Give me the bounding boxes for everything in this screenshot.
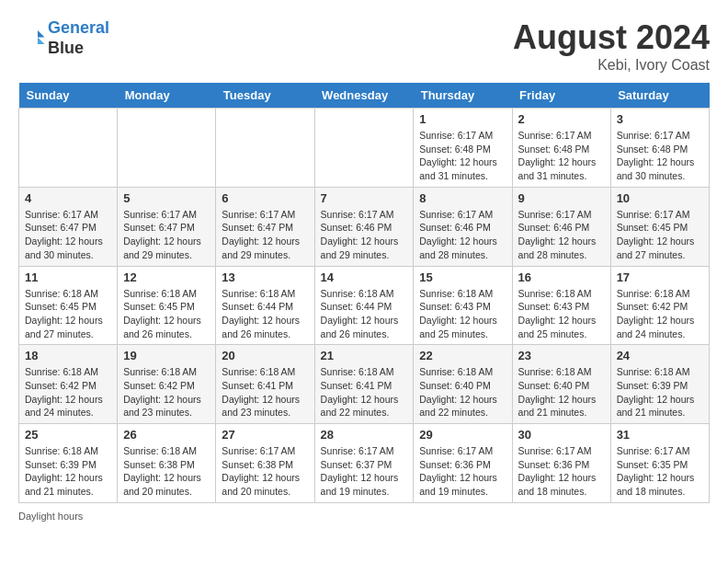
day-info: Sunrise: 6:18 AM Sunset: 6:41 PM Dayligh… xyxy=(321,365,408,419)
day-cell: 25Sunrise: 6:18 AM Sunset: 6:39 PM Dayli… xyxy=(19,424,118,503)
week-row-5: 25Sunrise: 6:18 AM Sunset: 6:39 PM Dayli… xyxy=(19,424,710,503)
location: Kebi, Ivory Coast xyxy=(513,57,710,74)
day-info: Sunrise: 6:17 AM Sunset: 6:48 PM Dayligh… xyxy=(617,129,703,183)
day-info: Sunrise: 6:17 AM Sunset: 6:37 PM Dayligh… xyxy=(321,444,408,499)
week-row-2: 4Sunrise: 6:17 AM Sunset: 6:47 PM Daylig… xyxy=(19,187,710,266)
day-number: 14 xyxy=(321,270,408,284)
day-number: 20 xyxy=(222,349,308,362)
footer: Daylight hours xyxy=(18,511,710,522)
day-cell: 2Sunrise: 6:17 AM Sunset: 6:48 PM Daylig… xyxy=(512,109,610,188)
day-cell: 31Sunrise: 6:17 AM Sunset: 6:35 PM Dayli… xyxy=(610,424,709,503)
svg-marker-1 xyxy=(38,37,45,44)
day-cell: 5Sunrise: 6:17 AM Sunset: 6:47 PM Daylig… xyxy=(118,187,216,266)
day-cell: 22Sunrise: 6:18 AM Sunset: 6:40 PM Dayli… xyxy=(414,345,512,424)
day-number: 22 xyxy=(419,349,506,362)
day-number: 18 xyxy=(25,349,111,362)
day-cell: 4Sunrise: 6:17 AM Sunset: 6:47 PM Daylig… xyxy=(19,187,118,266)
col-header-monday: Monday xyxy=(118,83,216,109)
day-number: 29 xyxy=(419,428,506,442)
day-cell: 14Sunrise: 6:18 AM Sunset: 6:44 PM Dayli… xyxy=(314,266,414,345)
logo-line2: Blue xyxy=(48,39,109,59)
day-cell: 9Sunrise: 6:17 AM Sunset: 6:46 PM Daylig… xyxy=(512,187,610,266)
day-number: 26 xyxy=(123,428,210,442)
day-info: Sunrise: 6:18 AM Sunset: 6:39 PM Dayligh… xyxy=(25,444,111,499)
day-cell xyxy=(314,109,414,188)
col-header-saturday: Saturday xyxy=(610,83,709,109)
day-cell: 24Sunrise: 6:18 AM Sunset: 6:39 PM Dayli… xyxy=(610,345,709,424)
day-cell: 23Sunrise: 6:18 AM Sunset: 6:40 PM Dayli… xyxy=(512,345,610,424)
day-cell: 30Sunrise: 6:17 AM Sunset: 6:36 PM Dayli… xyxy=(512,424,610,503)
day-number: 9 xyxy=(518,191,605,205)
day-info: Sunrise: 6:18 AM Sunset: 6:44 PM Dayligh… xyxy=(321,287,408,341)
day-cell: 7Sunrise: 6:17 AM Sunset: 6:46 PM Daylig… xyxy=(314,187,414,266)
calendar-body: 1Sunrise: 6:17 AM Sunset: 6:48 PM Daylig… xyxy=(19,109,710,503)
day-number: 24 xyxy=(617,349,703,362)
title-block: August 2024 Kebi, Ivory Coast xyxy=(513,18,710,74)
day-info: Sunrise: 6:17 AM Sunset: 6:36 PM Dayligh… xyxy=(518,444,605,499)
day-info: Sunrise: 6:18 AM Sunset: 6:42 PM Dayligh… xyxy=(25,365,111,419)
day-number: 30 xyxy=(518,428,605,442)
day-info: Sunrise: 6:18 AM Sunset: 6:44 PM Dayligh… xyxy=(222,287,308,341)
day-info: Sunrise: 6:17 AM Sunset: 6:45 PM Dayligh… xyxy=(617,208,703,262)
day-cell: 16Sunrise: 6:18 AM Sunset: 6:43 PM Dayli… xyxy=(512,266,610,345)
day-cell xyxy=(19,109,118,188)
day-cell: 19Sunrise: 6:18 AM Sunset: 6:42 PM Dayli… xyxy=(118,345,216,424)
day-number: 21 xyxy=(321,349,408,362)
day-info: Sunrise: 6:17 AM Sunset: 6:47 PM Dayligh… xyxy=(123,208,210,262)
svg-marker-0 xyxy=(38,30,45,38)
day-info: Sunrise: 6:17 AM Sunset: 6:36 PM Dayligh… xyxy=(419,444,506,499)
page-header: General Blue August 2024 Kebi, Ivory Coa… xyxy=(18,18,710,74)
day-cell: 17Sunrise: 6:18 AM Sunset: 6:42 PM Dayli… xyxy=(610,266,709,345)
week-row-4: 18Sunrise: 6:18 AM Sunset: 6:42 PM Dayli… xyxy=(19,345,710,424)
month-year: August 2024 xyxy=(513,18,710,57)
day-info: Sunrise: 6:17 AM Sunset: 6:46 PM Dayligh… xyxy=(518,208,605,262)
day-number: 17 xyxy=(617,270,703,284)
day-number: 16 xyxy=(518,270,605,284)
day-number: 8 xyxy=(419,191,506,205)
day-number: 28 xyxy=(321,428,408,442)
col-header-friday: Friday xyxy=(512,83,610,109)
day-number: 7 xyxy=(321,191,408,205)
day-number: 11 xyxy=(25,270,111,284)
day-cell: 13Sunrise: 6:18 AM Sunset: 6:44 PM Dayli… xyxy=(216,266,314,345)
day-cell: 20Sunrise: 6:18 AM Sunset: 6:41 PM Dayli… xyxy=(216,345,314,424)
week-row-3: 11Sunrise: 6:18 AM Sunset: 6:45 PM Dayli… xyxy=(19,266,710,345)
day-number: 5 xyxy=(123,191,210,205)
day-info: Sunrise: 6:18 AM Sunset: 6:41 PM Dayligh… xyxy=(222,365,308,419)
day-number: 12 xyxy=(123,270,210,284)
day-info: Sunrise: 6:17 AM Sunset: 6:35 PM Dayligh… xyxy=(617,444,703,499)
day-cell: 12Sunrise: 6:18 AM Sunset: 6:45 PM Dayli… xyxy=(118,266,216,345)
day-number: 2 xyxy=(518,112,605,126)
col-header-thursday: Thursday xyxy=(414,83,512,109)
day-cell: 18Sunrise: 6:18 AM Sunset: 6:42 PM Dayli… xyxy=(19,345,118,424)
day-cell: 15Sunrise: 6:18 AM Sunset: 6:43 PM Dayli… xyxy=(414,266,512,345)
day-cell: 29Sunrise: 6:17 AM Sunset: 6:36 PM Dayli… xyxy=(414,424,512,503)
day-cell: 8Sunrise: 6:17 AM Sunset: 6:46 PM Daylig… xyxy=(414,187,512,266)
col-header-wednesday: Wednesday xyxy=(314,83,414,109)
day-cell: 11Sunrise: 6:18 AM Sunset: 6:45 PM Dayli… xyxy=(19,266,118,345)
day-info: Sunrise: 6:17 AM Sunset: 6:38 PM Dayligh… xyxy=(222,444,308,499)
day-cell: 28Sunrise: 6:17 AM Sunset: 6:37 PM Dayli… xyxy=(314,424,414,503)
day-number: 15 xyxy=(419,270,506,284)
day-info: Sunrise: 6:18 AM Sunset: 6:42 PM Dayligh… xyxy=(617,287,703,341)
day-info: Sunrise: 6:17 AM Sunset: 6:48 PM Dayligh… xyxy=(419,129,506,183)
day-cell xyxy=(216,109,314,188)
day-number: 10 xyxy=(617,191,703,205)
day-info: Sunrise: 6:17 AM Sunset: 6:48 PM Dayligh… xyxy=(518,129,605,183)
day-info: Sunrise: 6:18 AM Sunset: 6:45 PM Dayligh… xyxy=(25,287,111,341)
day-number: 19 xyxy=(123,349,210,362)
day-info: Sunrise: 6:17 AM Sunset: 6:46 PM Dayligh… xyxy=(321,208,408,262)
logo-icon xyxy=(18,25,46,52)
calendar-header: SundayMondayTuesdayWednesdayThursdayFrid… xyxy=(19,83,710,109)
col-header-sunday: Sunday xyxy=(19,83,118,109)
day-info: Sunrise: 6:18 AM Sunset: 6:40 PM Dayligh… xyxy=(419,365,506,419)
day-info: Sunrise: 6:17 AM Sunset: 6:47 PM Dayligh… xyxy=(25,208,111,262)
day-cell: 3Sunrise: 6:17 AM Sunset: 6:48 PM Daylig… xyxy=(610,109,709,188)
day-info: Sunrise: 6:18 AM Sunset: 6:39 PM Dayligh… xyxy=(617,365,703,419)
logo-line1: General xyxy=(48,18,109,37)
day-number: 25 xyxy=(25,428,111,442)
day-number: 1 xyxy=(419,112,506,126)
day-info: Sunrise: 6:18 AM Sunset: 6:38 PM Dayligh… xyxy=(123,444,210,499)
header-row: SundayMondayTuesdayWednesdayThursdayFrid… xyxy=(19,83,710,109)
logo: General Blue xyxy=(18,18,109,58)
